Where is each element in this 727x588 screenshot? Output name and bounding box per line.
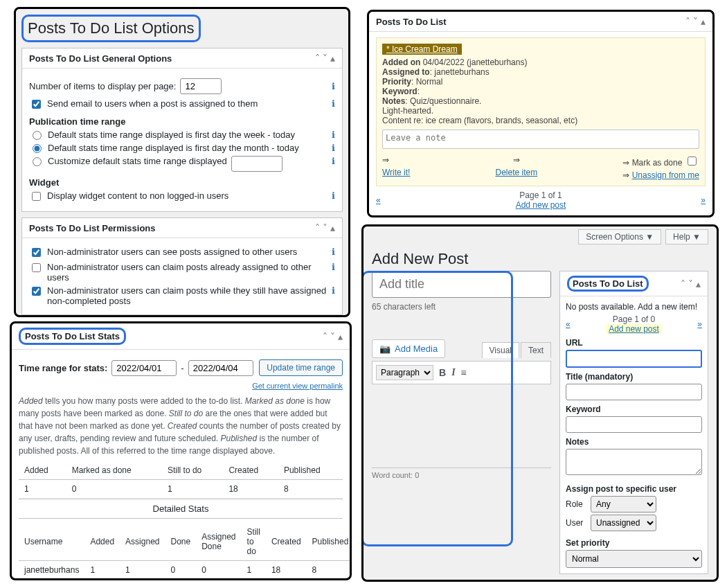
- unassign-link[interactable]: Unassign from me: [632, 170, 699, 180]
- assign-heading: Assign post to specific user: [566, 484, 702, 494]
- pub-range-heading: Publication time range: [29, 116, 335, 127]
- user-select[interactable]: Unassigned: [591, 515, 656, 531]
- info-icon[interactable]: ℹ: [332, 285, 335, 296]
- screen-options-button[interactable]: Screen Options ▼: [578, 229, 661, 244]
- caret-up-icon[interactable]: ▴: [338, 331, 343, 342]
- perm-claim2-checkbox[interactable]: [32, 287, 41, 296]
- no-posts-text: No posts available. Add a new item!: [566, 302, 702, 312]
- items-per-page-input[interactable]: [180, 78, 222, 94]
- widget-heading: Widget: [29, 177, 335, 188]
- pager-prev-icon[interactable]: «: [376, 195, 381, 205]
- summary-stats-table: AddedMarked as doneStill to doCreatedPub…: [19, 461, 343, 499]
- pager-next-icon[interactable]: »: [701, 195, 706, 205]
- update-range-button[interactable]: Update time range: [259, 359, 343, 376]
- role-select[interactable]: Any: [591, 496, 656, 513]
- perm-see-checkbox[interactable]: [32, 248, 41, 257]
- post-title-input[interactable]: [372, 271, 551, 298]
- info-icon[interactable]: ℹ: [332, 262, 335, 272]
- mark-done-label: Mark as done: [632, 158, 683, 168]
- detailed-stats-title: Detailed Stats: [19, 499, 343, 519]
- send-email-checkbox[interactable]: [32, 100, 41, 109]
- title-label: Title (mandatory): [566, 372, 702, 382]
- general-options-heading: Posts To Do List General Options: [29, 53, 172, 64]
- camera-icon: 📷: [379, 344, 391, 354]
- widget-display-checkbox[interactable]: [32, 192, 41, 201]
- tab-text[interactable]: Text: [521, 342, 551, 358]
- perm-see-label: Non-administrator users can see posts as…: [47, 247, 297, 257]
- info-icon[interactable]: ℹ: [332, 130, 335, 140]
- add-new-post-link[interactable]: Add new post: [516, 200, 566, 210]
- options-page-title: Posts To Do List Options: [21, 15, 201, 42]
- add-media-button[interactable]: 📷 Add Media: [372, 339, 445, 358]
- detailed-stats-table: UsernameAddedAssignedDoneAssigned DoneSt…: [19, 523, 352, 580]
- caret-up-icon[interactable]: ▴: [696, 278, 701, 289]
- chevron-down-icon[interactable]: ˅: [323, 53, 327, 64]
- date-to-input[interactable]: [188, 360, 253, 376]
- date-from-input[interactable]: [111, 360, 177, 376]
- priority-select[interactable]: Normal: [566, 550, 702, 568]
- title-input[interactable]: [566, 384, 702, 400]
- url-label: URL: [566, 338, 702, 348]
- leave-note-input[interactable]: [382, 130, 699, 149]
- paragraph-select[interactable]: Paragraph: [376, 365, 433, 380]
- caret-up-icon[interactable]: ▴: [330, 53, 335, 64]
- chevron-up-icon[interactable]: ˄: [315, 53, 320, 64]
- info-icon[interactable]: ℹ: [332, 190, 335, 201]
- char-counter: 65 characters left: [372, 302, 551, 312]
- info-icon[interactable]: ℹ: [332, 143, 335, 153]
- priority-heading: Set priority: [566, 538, 702, 548]
- range-week-radio[interactable]: [33, 131, 42, 140]
- notes-input[interactable]: [566, 449, 702, 475]
- info-icon[interactable]: ℹ: [332, 81, 335, 91]
- perm-claim-label: Non-administrator users can claim posts …: [47, 262, 327, 283]
- stats-heading: Posts To Do List Stats: [19, 328, 126, 345]
- info-icon[interactable]: ℹ: [332, 247, 335, 257]
- bold-icon[interactable]: B: [439, 367, 446, 378]
- todo-item-title[interactable]: * Ice Cream Dream: [382, 44, 462, 55]
- stats-help-text: Added tells you how many posts were adde…: [19, 395, 343, 457]
- write-it-link[interactable]: Write it!: [382, 168, 410, 177]
- pager-next-icon[interactable]: »: [697, 319, 702, 329]
- list-icon[interactable]: ≡: [461, 367, 467, 378]
- range-custom-label: Customize default stats time range displ…: [48, 156, 227, 166]
- widget-display-label: Display widget content to non logged-in …: [47, 190, 228, 201]
- chevron-down-icon[interactable]: ˅: [330, 331, 335, 342]
- chevron-up-icon[interactable]: ˄: [685, 16, 690, 27]
- general-options-box: Posts To Do List General Options ˄ ˅ ▴ N…: [21, 48, 343, 212]
- mark-done-checkbox[interactable]: [688, 157, 697, 166]
- range-custom-input[interactable]: [231, 156, 282, 172]
- chevron-down-icon[interactable]: ˅: [693, 16, 698, 27]
- chevron-up-icon[interactable]: ˄: [315, 222, 320, 233]
- chevron-down-icon[interactable]: ˅: [323, 222, 327, 233]
- chevron-down-icon[interactable]: ˅: [688, 278, 693, 289]
- info-icon[interactable]: ℹ: [332, 156, 335, 166]
- range-custom-radio[interactable]: [33, 157, 42, 166]
- pager-text: Page 1 of 0: [613, 314, 655, 324]
- range-month-label: Default stats time range displayed is fi…: [48, 143, 299, 153]
- chevron-up-icon[interactable]: ˄: [323, 331, 327, 342]
- permissions-heading: Posts To Do List Permissions: [29, 223, 156, 233]
- help-button[interactable]: Help ▼: [665, 229, 708, 244]
- chevron-up-icon[interactable]: ˄: [681, 278, 685, 289]
- tab-visual[interactable]: Visual: [482, 342, 519, 358]
- add-new-post-link[interactable]: Add new post: [606, 324, 662, 334]
- info-icon[interactable]: ℹ: [332, 98, 335, 109]
- url-input[interactable]: [566, 350, 702, 368]
- todo-item: * Ice Cream Dream Added on 04/04/2022 (j…: [376, 37, 706, 186]
- keyword-input[interactable]: [566, 416, 702, 433]
- caret-up-icon[interactable]: ▴: [330, 222, 335, 233]
- notes-label: Notes: [566, 437, 702, 447]
- range-month-radio[interactable]: [33, 144, 42, 153]
- permalink-link[interactable]: Get current view permalink: [252, 382, 343, 390]
- caret-up-icon[interactable]: ▴: [701, 16, 706, 27]
- italic-icon[interactable]: I: [451, 367, 455, 378]
- sidebar-todolist-box: Posts To Do List ˄ ˅ ▴ No posts availabl…: [559, 271, 708, 574]
- sidebar-todolist-heading: Posts To Do List: [567, 276, 649, 292]
- perm-claim-checkbox[interactable]: [32, 263, 41, 272]
- role-label: Role: [566, 499, 586, 509]
- range-week-label: Default stats time range displayed is fi…: [48, 130, 295, 140]
- send-email-label: Send email to users when a post is assig…: [47, 98, 258, 109]
- table-row: 101188: [19, 480, 343, 499]
- pager-prev-icon[interactable]: «: [566, 319, 571, 329]
- delete-item-link[interactable]: Delete item: [496, 168, 538, 177]
